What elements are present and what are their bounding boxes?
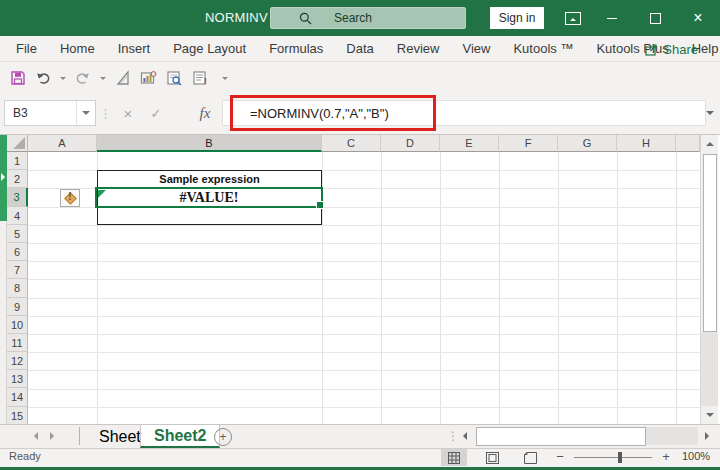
tab-review[interactable]: Review bbox=[397, 41, 440, 56]
column-header-partial[interactable] bbox=[676, 135, 700, 152]
gridline-vertical bbox=[617, 152, 618, 424]
fill-handle[interactable] bbox=[316, 201, 324, 209]
row-header-3[interactable]: 3 bbox=[7, 188, 28, 206]
maximize-button[interactable] bbox=[640, 0, 670, 36]
column-header-c[interactable]: C bbox=[322, 135, 381, 152]
page-break-preview-button[interactable] bbox=[517, 449, 543, 466]
tab-home[interactable]: Home bbox=[60, 41, 95, 56]
new-sheet-button[interactable]: + bbox=[214, 428, 232, 446]
row-header-4[interactable]: 4 bbox=[7, 207, 28, 225]
save-button[interactable] bbox=[10, 70, 26, 86]
gridline-horizontal bbox=[28, 279, 700, 280]
sheet-tab-sheet2[interactable]: Sheet2 bbox=[140, 425, 220, 448]
row-header-11[interactable]: 11 bbox=[7, 334, 28, 352]
error-options-button[interactable]: ! bbox=[60, 189, 80, 207]
camera-chart-button[interactable] bbox=[140, 70, 157, 86]
column-header-b[interactable]: B bbox=[97, 135, 322, 152]
zoom-in-button[interactable]: + bbox=[658, 449, 674, 466]
zoom-out-button[interactable]: − bbox=[552, 449, 568, 466]
cell-b2[interactable]: Sample expression bbox=[97, 170, 322, 188]
row-header-8[interactable]: 8 bbox=[7, 279, 28, 297]
column-header-h[interactable]: H bbox=[617, 135, 676, 152]
select-all-button[interactable] bbox=[7, 135, 28, 152]
formula-bar-separator-dots: ⋮ bbox=[99, 100, 112, 126]
zoom-slider-thumb[interactable] bbox=[618, 452, 622, 463]
left-pane-scrollbar[interactable] bbox=[0, 135, 7, 424]
column-header-d[interactable]: D bbox=[381, 135, 440, 152]
draw-border-button[interactable] bbox=[115, 70, 131, 86]
redo-button[interactable] bbox=[75, 70, 91, 86]
row-header-12[interactable]: 12 bbox=[7, 352, 28, 370]
vertical-scrollbar-thumb[interactable] bbox=[703, 154, 717, 332]
qat-overflow-chevron-icon[interactable] bbox=[222, 77, 228, 83]
triangle-left-icon bbox=[459, 432, 467, 440]
chevron-down-icon bbox=[82, 111, 90, 119]
horizontal-scrollbar-track[interactable] bbox=[646, 427, 698, 445]
redo-icon bbox=[75, 70, 91, 86]
gridline-horizontal bbox=[28, 389, 700, 390]
tab-formulas[interactable]: Formulas bbox=[269, 41, 323, 56]
gridline-vertical bbox=[676, 152, 677, 424]
minimize-button[interactable] bbox=[597, 0, 627, 36]
error-exclamation-icon: ! bbox=[61, 191, 79, 202]
scroll-right-button[interactable] bbox=[698, 427, 716, 445]
row-header-6[interactable]: 6 bbox=[7, 243, 28, 261]
name-box[interactable]: B3 bbox=[4, 100, 96, 126]
redo-dropdown-caret-icon[interactable] bbox=[100, 77, 106, 83]
enter-button[interactable]: ✓ bbox=[143, 100, 169, 126]
cell-b3-selected[interactable]: #VALUE! bbox=[95, 187, 323, 208]
scroll-up-button[interactable] bbox=[701, 135, 718, 152]
search-input[interactable]: Search bbox=[270, 7, 466, 29]
undo-dropdown-caret-icon[interactable] bbox=[60, 77, 66, 83]
minimize-icon bbox=[607, 18, 617, 19]
scroll-down-button[interactable] bbox=[701, 406, 718, 424]
column-header-e[interactable]: E bbox=[440, 135, 499, 152]
row-header-15[interactable]: 15 bbox=[7, 407, 28, 425]
row-header-9[interactable]: 9 bbox=[7, 298, 28, 316]
normal-view-button[interactable] bbox=[441, 449, 467, 466]
sheet-nav-prev-button[interactable] bbox=[24, 424, 44, 448]
sheet-nav-next-button[interactable] bbox=[44, 424, 64, 448]
left-pane-toggle[interactable] bbox=[0, 135, 7, 221]
column-header-g[interactable]: G bbox=[558, 135, 617, 152]
tab-data[interactable]: Data bbox=[346, 41, 373, 56]
cancel-icon: × bbox=[124, 105, 133, 122]
column-header-f[interactable]: F bbox=[499, 135, 558, 152]
horizontal-scrollbar-thumb[interactable] bbox=[476, 427, 646, 446]
column-header-a[interactable]: A bbox=[28, 135, 97, 152]
row-header-14[interactable]: 14 bbox=[7, 388, 28, 406]
formula-bar-expand-button[interactable] bbox=[697, 100, 720, 126]
close-button[interactable]: × bbox=[683, 0, 713, 36]
row-header-13[interactable]: 13 bbox=[7, 370, 28, 388]
share-button[interactable]: Share bbox=[645, 36, 698, 62]
sign-in-button[interactable]: Sign in bbox=[490, 7, 544, 29]
name-box-dropdown[interactable] bbox=[76, 101, 95, 125]
row-header-5[interactable]: 5 bbox=[7, 225, 28, 243]
insert-function-button[interactable]: fx bbox=[192, 100, 218, 126]
row-header-1[interactable]: 1 bbox=[7, 152, 28, 170]
column-headers: ABCDEFGH bbox=[28, 135, 700, 152]
page-layout-view-button[interactable] bbox=[479, 449, 505, 466]
tab-view[interactable]: View bbox=[462, 41, 490, 56]
normal-view-icon bbox=[448, 452, 460, 464]
row-header-2[interactable]: 2 bbox=[7, 170, 28, 188]
fx-icon: fx bbox=[200, 105, 211, 122]
triangle-left-icon bbox=[30, 432, 38, 440]
share-label: Share bbox=[663, 42, 698, 57]
tab-page-layout[interactable]: Page Layout bbox=[173, 41, 246, 56]
undo-button[interactable] bbox=[35, 70, 51, 86]
document-properties-button[interactable]: ! bbox=[192, 70, 209, 86]
scroll-left-button[interactable] bbox=[456, 427, 474, 445]
ribbon-display-options-button[interactable] bbox=[558, 0, 588, 36]
tab-file[interactable]: File bbox=[16, 41, 37, 56]
row-header-10[interactable]: 10 bbox=[7, 316, 28, 334]
print-preview-button[interactable] bbox=[166, 70, 183, 86]
zoom-slider-track[interactable] bbox=[574, 457, 652, 458]
row-header-7[interactable]: 7 bbox=[7, 261, 28, 279]
cancel-button[interactable]: × bbox=[115, 100, 141, 126]
tab-insert[interactable]: Insert bbox=[118, 41, 151, 56]
zoom-level[interactable]: 100% bbox=[682, 450, 710, 462]
search-icon bbox=[299, 12, 312, 25]
vertical-scrollbar[interactable] bbox=[700, 135, 718, 424]
tab-kutools[interactable]: Kutools ™ bbox=[513, 41, 573, 56]
